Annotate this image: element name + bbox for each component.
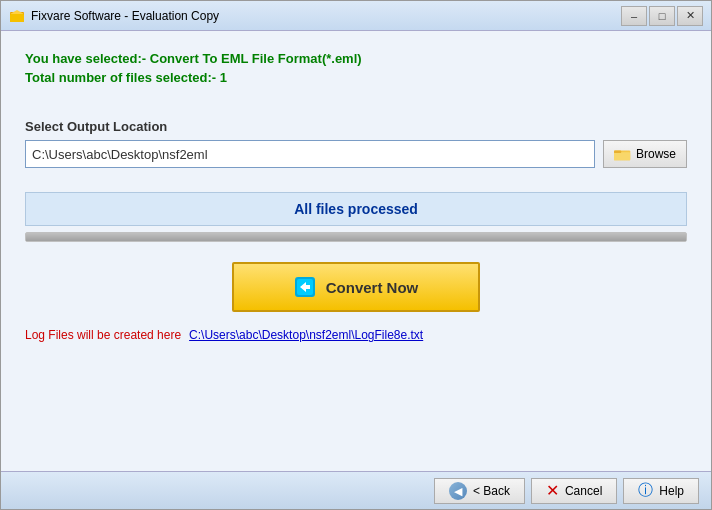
cancel-button[interactable]: ✕ Cancel bbox=[531, 478, 617, 504]
svg-rect-5 bbox=[614, 150, 621, 153]
back-label: < Back bbox=[473, 484, 510, 498]
log-section: Log Files will be created here C:\Users\… bbox=[25, 328, 687, 342]
svg-rect-4 bbox=[614, 152, 630, 160]
progress-bar bbox=[25, 232, 687, 242]
log-link[interactable]: C:\Users\abc\Desktop\nsf2eml\LogFile8e.t… bbox=[189, 328, 423, 342]
cancel-icon: ✕ bbox=[546, 481, 559, 500]
close-button[interactable]: ✕ bbox=[677, 6, 703, 26]
output-path-input[interactable] bbox=[25, 140, 595, 168]
file-count-text: Total number of files selected:- 1 bbox=[25, 70, 687, 85]
app-icon bbox=[9, 8, 25, 24]
window-title: Fixvare Software - Evaluation Copy bbox=[31, 9, 621, 23]
help-icon: ⓘ bbox=[638, 481, 653, 500]
svg-rect-1 bbox=[10, 14, 24, 22]
selected-format-text: You have selected:- Convert To EML File … bbox=[25, 51, 687, 66]
output-row: Browse bbox=[25, 140, 687, 168]
maximize-button[interactable]: □ bbox=[649, 6, 675, 26]
status-text: All files processed bbox=[42, 201, 670, 217]
convert-button-label: Convert Now bbox=[326, 279, 419, 296]
title-bar: Fixvare Software - Evaluation Copy – □ ✕ bbox=[1, 1, 711, 31]
convert-now-button[interactable]: Convert Now bbox=[232, 262, 481, 312]
progress-bar-fill bbox=[26, 233, 686, 241]
bottom-bar: ◀ < Back ✕ Cancel ⓘ Help bbox=[1, 471, 711, 509]
help-button[interactable]: ⓘ Help bbox=[623, 478, 699, 504]
main-content: You have selected:- Convert To EML File … bbox=[1, 31, 711, 471]
output-section: Select Output Location Browse bbox=[25, 119, 687, 168]
convert-icon bbox=[294, 276, 316, 298]
status-bar: All files processed bbox=[25, 192, 687, 226]
back-arrow-icon: ◀ bbox=[449, 482, 467, 500]
help-label: Help bbox=[659, 484, 684, 498]
main-window: Fixvare Software - Evaluation Copy – □ ✕… bbox=[0, 0, 712, 510]
browse-label: Browse bbox=[636, 147, 676, 161]
browse-button[interactable]: Browse bbox=[603, 140, 687, 168]
output-label: Select Output Location bbox=[25, 119, 687, 134]
convert-section: Convert Now bbox=[25, 262, 687, 312]
log-label: Log Files will be created here bbox=[25, 328, 181, 342]
folder-icon bbox=[614, 147, 632, 161]
back-button[interactable]: ◀ < Back bbox=[434, 478, 525, 504]
window-controls: – □ ✕ bbox=[621, 6, 703, 26]
minimize-button[interactable]: – bbox=[621, 6, 647, 26]
cancel-label: Cancel bbox=[565, 484, 602, 498]
